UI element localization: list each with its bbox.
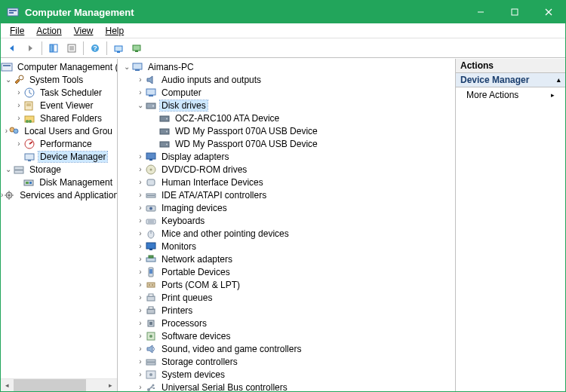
svg-rect-20	[135, 51, 138, 52]
device-processors[interactable]: ›Processors	[118, 317, 455, 329]
device-usb[interactable]: ›Universal Serial Bus controllers	[118, 381, 455, 391]
scroll-left-button[interactable]: ◂	[1, 379, 14, 392]
device-disk-item[interactable]: WD My Passport 070A USB Device	[118, 124, 455, 137]
device-disk-item[interactable]: OCZ-ARC100 ATA Device	[118, 112, 455, 124]
expand-icon[interactable]: ›	[136, 370, 145, 379]
device-sound[interactable]: ›Sound, video and game controllers	[118, 342, 455, 355]
expand-icon[interactable]: ›	[136, 75, 145, 84]
actions-more-actions[interactable]: More Actions ▸	[456, 87, 565, 103]
collapse-icon[interactable]: ⌄	[4, 165, 13, 174]
expand-icon[interactable]: ›	[136, 88, 145, 97]
menu-action[interactable]: Action	[30, 24, 67, 38]
tree-item-root[interactable]: Computer Management (Lo	[1, 60, 117, 73]
device-print-queues[interactable]: ›Print queues	[118, 291, 455, 304]
expand-icon[interactable]: ›	[136, 216, 145, 225]
show-hide-tree-button[interactable]	[45, 40, 62, 57]
collapse-icon[interactable]: ⌄	[122, 63, 131, 72]
expand-icon[interactable]: ›	[14, 114, 23, 123]
device-disk-drives[interactable]: ⌄Disk drives	[118, 99, 455, 112]
device-label: Human Interface Devices	[160, 177, 265, 188]
device-ide[interactable]: ›IDE ATA/ATAPI controllers	[118, 188, 455, 201]
expand-icon[interactable]: ›	[136, 165, 145, 174]
device-portable[interactable]: ›Portable Devices	[118, 265, 455, 278]
tree-item-services[interactable]: › Services and Application	[1, 188, 117, 201]
scroll-thumb[interactable]	[14, 379, 86, 392]
device-imaging[interactable]: ›Imaging devices	[118, 201, 455, 214]
expand-icon[interactable]: ›	[14, 88, 23, 97]
tree-item-local-users[interactable]: › Local Users and Grou	[1, 124, 117, 137]
device-mice[interactable]: ›Mice and other pointing devices	[118, 227, 455, 240]
close-button[interactable]	[531, 1, 565, 23]
expand-icon[interactable]: ›	[136, 306, 145, 315]
menu-view[interactable]: View	[68, 24, 100, 38]
device-tree[interactable]: ⌄Aimans-PC›Audio inputs and outputs›Comp…	[118, 59, 455, 391]
expand-icon[interactable]: ›	[136, 229, 145, 238]
device-disk-item[interactable]: WD My Passport 070A USB Device	[118, 137, 455, 150]
device-network[interactable]: ›Network adapters	[118, 253, 455, 265]
tree-label: Computer Management (Lo	[16, 62, 117, 72]
expand-icon[interactable]: ›	[136, 178, 145, 187]
expand-icon[interactable]: ›	[136, 152, 145, 161]
device-ports[interactable]: ›Ports (COM & LPT)	[118, 278, 455, 291]
expand-icon[interactable]: ›	[136, 268, 145, 277]
actions-section-device-manager[interactable]: Device Manager ▴	[456, 73, 565, 87]
menu-file[interactable]: File	[4, 24, 30, 38]
device-software[interactable]: ›Software devices	[118, 329, 455, 342]
expand-icon[interactable]: ›	[136, 332, 145, 341]
forward-button[interactable]	[22, 40, 38, 57]
expand-icon[interactable]: ›	[136, 293, 145, 302]
device-dvd[interactable]: ›DVD/CD-ROM drives	[118, 163, 455, 176]
expand-icon[interactable]: ›	[136, 383, 145, 392]
device-root[interactable]: ⌄Aimans-PC	[118, 60, 455, 73]
scan-hardware-button[interactable]	[110, 40, 127, 57]
help-button[interactable]: ?	[87, 40, 103, 57]
collapse-icon[interactable]: ⌄	[136, 101, 145, 110]
scroll-right-button[interactable]: ▸	[104, 379, 117, 392]
minimize-button[interactable]	[463, 1, 497, 23]
tree-item-task-scheduler[interactable]: › Task Scheduler	[1, 86, 117, 99]
expand-icon[interactable]: ›	[136, 280, 145, 289]
collapse-icon[interactable]: ⌄	[4, 75, 13, 84]
maximize-button[interactable]	[497, 1, 531, 23]
expand-icon[interactable]: ›	[136, 255, 145, 264]
tree-item-storage[interactable]: ⌄ Storage	[1, 163, 117, 176]
svg-point-45	[8, 194, 11, 196]
tree-item-disk-management[interactable]: Disk Management	[1, 176, 117, 188]
expand-icon[interactable]: ›	[136, 345, 145, 354]
expand-icon[interactable]: ›	[14, 101, 23, 110]
svg-rect-96	[146, 363, 155, 365]
properties-button[interactable]	[63, 40, 80, 57]
tree-item-event-viewer[interactable]: › Event Viewer	[1, 99, 117, 112]
expand-icon[interactable]: ›	[136, 242, 145, 251]
expand-icon[interactable]: ›	[136, 204, 145, 213]
expand-icon[interactable]: ›	[14, 139, 23, 149]
menu-help[interactable]: Help	[100, 24, 131, 38]
device-system-devices[interactable]: ›System devices	[118, 368, 455, 381]
tree-label: Event Viewer	[38, 100, 94, 111]
device-display-adapters[interactable]: ›Display adapters	[118, 150, 455, 163]
device-keyboards[interactable]: ›Keyboards	[118, 214, 455, 227]
device-hid[interactable]: ›Human Interface Devices	[118, 176, 455, 188]
horizontal-scrollbar[interactable]: ◂ ▸	[1, 378, 117, 391]
expand-icon[interactable]: ›	[136, 319, 145, 328]
device-view-button[interactable]	[128, 40, 145, 57]
computer-icon	[145, 87, 157, 99]
tree-item-system-tools[interactable]: ⌄ System Tools	[1, 73, 117, 86]
back-button[interactable]	[4, 40, 20, 57]
main-body: Computer Management (Lo ⌄ System Tools ›…	[1, 58, 565, 391]
tree-item-performance[interactable]: › Performance	[1, 137, 117, 150]
device-storage-controllers[interactable]: ›Storage controllers	[118, 355, 455, 368]
device-computer[interactable]: ›Computer	[118, 86, 455, 99]
tree-item-device-manager[interactable]: Device Manager	[1, 150, 117, 163]
expand-icon[interactable]: ›	[136, 191, 145, 200]
svg-rect-50	[133, 63, 142, 69]
actions-panel: Actions Device Manager ▴ More Actions ▸	[456, 59, 565, 391]
svg-point-71	[149, 207, 152, 210]
expand-icon[interactable]: ›	[136, 357, 145, 366]
title-bar[interactable]: Computer Management	[1, 1, 565, 23]
device-audio[interactable]: ›Audio inputs and outputs	[118, 73, 455, 86]
device-monitors[interactable]: ›Monitors	[118, 240, 455, 253]
device-printers[interactable]: ›Printers	[118, 304, 455, 317]
console-tree[interactable]: Computer Management (Lo ⌄ System Tools ›…	[1, 59, 117, 378]
tree-item-shared-folders[interactable]: › Shared Folders	[1, 112, 117, 124]
